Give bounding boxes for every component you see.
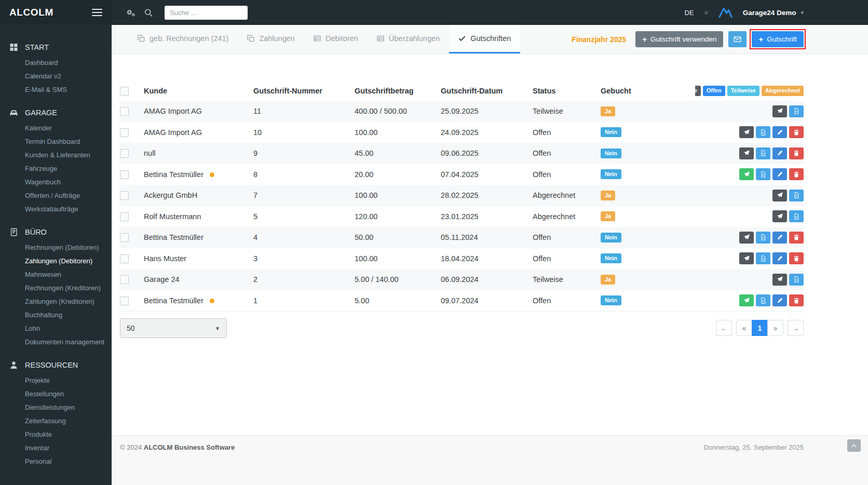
customer-name: Hans Muster — [144, 254, 186, 263]
tab-zahlungen[interactable]: Zahlungen — [238, 25, 304, 53]
pdf-invoice-button[interactable] — [756, 252, 770, 264]
pdf-invoice-button[interactable] — [789, 210, 804, 222]
settings-gears-icon[interactable] — [126, 8, 135, 17]
gutschrift-verwenden-button[interactable]: + Gutschrift verwenden — [635, 31, 723, 47]
delete-button[interactable] — [789, 252, 804, 264]
sidebar-item[interactable]: Lohn — [0, 322, 112, 335]
row-checkbox[interactable] — [120, 233, 129, 242]
sidebar-item[interactable]: Kalender — [0, 122, 112, 135]
delete-button[interactable] — [789, 232, 804, 244]
sidebar-item[interactable]: Rechnungen (Debitoren) — [0, 241, 112, 254]
sidebar-item[interactable]: Zahlungen (Debitoren) — [0, 254, 112, 268]
send-button[interactable] — [739, 252, 754, 264]
send-button[interactable] — [772, 274, 787, 286]
delete-button[interactable] — [789, 126, 804, 138]
sidebar-item[interactable]: Termin Dashboard — [0, 135, 112, 149]
search-icon[interactable] — [144, 8, 153, 17]
pagination-prev-button[interactable]: ← — [716, 320, 732, 336]
row-checkbox[interactable] — [120, 275, 129, 284]
delete-button[interactable] — [789, 168, 804, 180]
sidebar-item[interactable]: Kunden & Lieferanten — [0, 149, 112, 162]
scroll-top-button[interactable] — [847, 439, 861, 452]
brand-logo[interactable]: ALCOLM — [9, 7, 53, 18]
sidebar-item[interactable]: Inventar — [0, 441, 112, 455]
sidebar-section-header[interactable]: START — [0, 38, 112, 56]
send-button[interactable] — [772, 190, 787, 201]
pagination-first-button[interactable]: « — [736, 320, 752, 336]
sidebar-item[interactable]: Dokumenten management — [0, 335, 112, 349]
pdf-invoice-button[interactable] — [756, 168, 770, 180]
row-checkbox[interactable] — [120, 191, 129, 200]
send-button[interactable] — [772, 210, 787, 222]
edit-button[interactable] — [772, 168, 787, 180]
row-checkbox[interactable] — [120, 212, 129, 221]
delete-button[interactable] — [789, 294, 804, 306]
sidebar-item[interactable]: Buchhaltung — [0, 308, 112, 322]
filter-offen[interactable]: Offen — [703, 86, 725, 96]
finanzjahr-label[interactable]: Finanzjahr 2025 — [572, 35, 626, 44]
row-checkbox[interactable] — [120, 297, 129, 305]
language-selector[interactable]: DE — [685, 9, 694, 17]
sidebar-item[interactable]: Dashboard — [0, 56, 112, 70]
sidebar-item[interactable]: Fahrzeuge — [0, 162, 112, 176]
sidebar-item[interactable]: Rechnungen (Kreditoren) — [0, 281, 112, 295]
pagination-next-button[interactable]: → — [788, 320, 804, 336]
sidebar-item[interactable]: Zahlungen (Kreditoren) — [0, 295, 112, 308]
pagination-page-1[interactable]: 1 — [752, 320, 768, 336]
sidebar-item[interactable]: Dienstleistungen — [0, 401, 112, 414]
row-checkbox[interactable] — [120, 254, 129, 263]
sidebar-item[interactable]: Werkstattaufträge — [0, 203, 112, 216]
sidebar-section-header[interactable]: RESSOURCEN — [0, 356, 112, 374]
sidebar-section-header[interactable]: GARAGE — [0, 104, 112, 122]
tab-gutschriften[interactable]: Gutschriften — [449, 25, 520, 53]
email-button[interactable] — [728, 31, 747, 47]
sidebar-item[interactable]: Mahnwesen — [0, 268, 112, 281]
row-checkbox[interactable] — [120, 128, 129, 137]
sidebar-item[interactable]: Calendar v2 — [0, 70, 112, 83]
row-checkbox[interactable] — [120, 170, 129, 179]
sidebar-item[interactable]: Wagenbuch — [0, 176, 112, 189]
edit-button[interactable] — [772, 252, 787, 264]
pdf-invoice-button[interactable] — [756, 147, 770, 159]
page-size-select[interactable]: 50 ▼ — [120, 318, 227, 338]
sidebar-item[interactable]: Projekte — [0, 374, 112, 387]
filter-teilweise[interactable]: Teilweise — [727, 86, 760, 96]
account-menu[interactable]: Garage24 Demo ▾ — [743, 9, 804, 17]
search-input[interactable] — [165, 6, 248, 20]
sidebar-item[interactable]: Produkte — [0, 428, 112, 441]
send-button[interactable] — [739, 126, 754, 138]
gutschrift-button[interactable]: + Gutschrift — [752, 31, 804, 47]
pdf-invoice-button[interactable] — [789, 105, 804, 117]
sidebar-item[interactable]: E-Mail & SMS — [0, 83, 112, 97]
send-button[interactable] — [739, 168, 754, 180]
pagination-last-button[interactable]: » — [767, 320, 783, 336]
sidebar-section-header[interactable]: BÜRO — [0, 223, 112, 241]
pdf-invoice-button[interactable] — [789, 274, 804, 286]
filter-abgerechnet[interactable]: Abgerechnet — [762, 86, 804, 96]
delete-button[interactable] — [789, 147, 804, 159]
send-button[interactable] — [772, 105, 787, 117]
select-all-checkbox[interactable] — [120, 87, 129, 96]
edit-button[interactable] — [772, 147, 787, 159]
row-checkbox[interactable] — [120, 149, 129, 158]
tab-geb-rechnungen[interactable]: geb. Rechnungen (241) — [128, 25, 238, 53]
send-button[interactable] — [739, 232, 754, 244]
send-button[interactable] — [739, 294, 754, 306]
menu-toggle-icon[interactable] — [92, 7, 102, 18]
sidebar-item[interactable]: Personal — [0, 455, 112, 468]
pdf-invoice-button[interactable] — [756, 232, 770, 244]
pdf-invoice-button[interactable] — [756, 294, 770, 306]
sidebar-item[interactable]: Bestellungen — [0, 387, 112, 401]
edit-button[interactable] — [772, 232, 787, 244]
pdf-invoice-button[interactable] — [789, 190, 804, 201]
row-checkbox[interactable] — [120, 107, 129, 116]
tab-debitoren[interactable]: Debitoren — [304, 25, 368, 53]
sidebar-item[interactable]: Offerten / Aufträge — [0, 189, 112, 203]
pdf-invoice-button[interactable] — [756, 126, 770, 138]
filter-alle[interactable]: Alle — [695, 86, 701, 96]
edit-button[interactable] — [772, 294, 787, 306]
send-button[interactable] — [739, 147, 754, 159]
edit-button[interactable] — [772, 126, 787, 138]
tab-ueberzahlungen[interactable]: Überzahlungen — [368, 25, 449, 53]
sidebar-item[interactable]: Zeiterfassung — [0, 414, 112, 428]
